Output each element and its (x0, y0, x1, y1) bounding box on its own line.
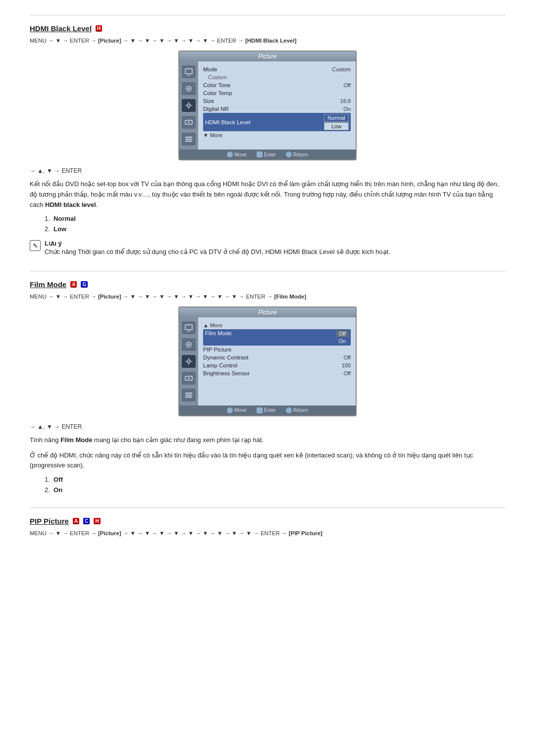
hdmi-menu-more: ▼ More (203, 131, 351, 139)
hdmi-nav-path: MENU → ▼ → ENTER → [Picture] → ▼ → ▼ → ▼… (30, 38, 505, 44)
film-arrow-note: → ▲, ▼ → ENTER (30, 423, 505, 430)
film-menu-dynamic: Dynamic Contrast Off (203, 353, 351, 361)
hdmi-menu-color-temp: Color Temp (203, 89, 351, 97)
hdmi-note-box: ✎ Lưu ý Chức năng Thời gian có thể được … (30, 240, 505, 257)
film-badge-a: A (70, 281, 77, 288)
hdmi-menu-col: Mode Custom Custom Color Tone Off Color … (198, 61, 356, 150)
film-menu-pip: PIP Picture (203, 346, 351, 353)
section-pip-picture: PIP Picture A C H MENU → ▼ → ENTER → [Pi… (30, 517, 505, 536)
hdmi-menu-custom: Custom (203, 73, 351, 81)
hdmi-dropdown-low: Low (324, 122, 349, 130)
hdmi-list-item-1: 1. Normal (45, 215, 505, 222)
icon-input (182, 116, 196, 129)
hdmi-title-text: HDMI Black Level (30, 24, 92, 33)
film-menu-col: ▲ More Film Mode Off On PIP Picture (198, 317, 356, 405)
hdmi-menu-color-tone: Color Tone Off (203, 81, 351, 89)
hdmi-badge-h: H (96, 25, 102, 32)
film-body-text-1: Tính năng Film Mode mang lại cho bạn cảm… (30, 435, 505, 446)
film-screen-container: Picture (30, 306, 505, 416)
film-footer-enter: Enter (257, 407, 276, 413)
svg-rect-0 (185, 69, 192, 74)
icon-settings-active (182, 99, 196, 112)
film-footer-return: Return (286, 407, 308, 413)
hdmi-footer-enter: Enter (257, 151, 276, 157)
svg-rect-12 (185, 141, 192, 142)
svg-point-22 (188, 377, 190, 379)
film-body-text-2: Ở chế độ HDMI, chức năng này có thể có s… (30, 451, 505, 471)
hdmi-screen-body: Mode Custom Custom Color Tone Off Color … (179, 61, 356, 150)
film-move-icon (227, 407, 233, 413)
hdmi-menu-black-level: HDMI Black Level Normal Low (203, 113, 351, 131)
film-list-item-2: 2. On (45, 486, 505, 494)
hdmi-list-item-2: 2. Low (45, 225, 505, 233)
film-icon-3-active (182, 355, 196, 368)
film-enter-icon (257, 407, 263, 413)
hdmi-footer: Move Enter Return (179, 150, 356, 159)
hdmi-screen-title: Picture (179, 51, 356, 61)
note-label: Lưu ý (45, 240, 390, 247)
enter-icon (257, 151, 263, 157)
icon-menu (182, 133, 196, 146)
hdmi-menu-digital-nr: Digital NR On (203, 105, 351, 113)
pip-title-text: PIP Picture (30, 517, 69, 525)
section-hdmi-black-level: HDMI Black Level H MENU → ▼ → ENTER → [P… (30, 24, 505, 257)
svg-rect-10 (185, 137, 192, 138)
hdmi-arrow-note: → ▲, ▼ → ENTER (30, 167, 505, 174)
divider-2 (30, 507, 505, 508)
film-tv-screen: Picture (178, 306, 357, 416)
hdmi-tv-screen: Picture (178, 50, 357, 160)
pip-badge-c: C (83, 518, 90, 524)
icon-sound (182, 82, 196, 95)
svg-point-15 (188, 344, 190, 346)
film-icon-4 (182, 372, 196, 385)
pip-badge-h: H (94, 518, 100, 524)
film-list-item-1: 1. Off (45, 476, 505, 483)
hdmi-menu-size: Size 16:9 (203, 97, 351, 105)
pip-badge-a: A (73, 518, 79, 524)
svg-rect-24 (185, 395, 192, 396)
svg-point-2 (188, 88, 190, 90)
film-icon-col (179, 317, 198, 405)
svg-rect-11 (185, 139, 192, 140)
section-film-mode: Film Mode A G MENU → ▼ → ENTER → [Pictur… (30, 280, 505, 494)
film-menu-lamp: Lamp Control 100 (203, 361, 351, 369)
film-footer-move: Move (227, 407, 246, 413)
film-icon-5 (182, 389, 196, 402)
film-screen-body: ▲ More Film Mode Off On PIP Picture (179, 317, 356, 405)
film-return-icon (286, 407, 292, 413)
hdmi-footer-move: Move (227, 151, 246, 157)
icon-picture (182, 65, 196, 78)
note-content: Chức năng Thời gian có thể được sử dụng … (45, 247, 390, 257)
svg-rect-23 (185, 393, 192, 394)
film-option-on: On (335, 338, 349, 345)
top-divider (30, 15, 505, 15)
film-icon-2 (182, 338, 196, 351)
film-screen-title: Picture (179, 307, 356, 317)
film-option-off: Off (336, 330, 349, 337)
hdmi-footer-return: Return (286, 151, 308, 157)
return-icon (286, 151, 292, 157)
svg-point-16 (187, 360, 190, 363)
film-title: Film Mode A G (30, 280, 505, 289)
pip-nav-path: MENU → ▼ → ENTER → [Picture] → ▼ → ▼ → ▼… (30, 530, 505, 536)
hdmi-dropdown-normal: Normal (324, 114, 349, 122)
film-menu-film-mode: Film Mode Off On (203, 329, 351, 346)
film-nav-path: MENU → ▼ → ENTER → [Picture] → ▼ → ▼ → ▼… (30, 294, 505, 300)
pip-title: PIP Picture A C H (30, 517, 505, 525)
svg-rect-25 (185, 397, 192, 398)
svg-rect-13 (185, 325, 192, 330)
film-icon-1 (182, 321, 196, 334)
note-icon: ✎ (30, 240, 41, 251)
svg-point-9 (188, 122, 190, 123)
film-badge-g: G (81, 281, 88, 288)
hdmi-screen-container: Picture (30, 50, 505, 160)
hdmi-body-text: Kết nối đầu DVD hoặc set-top box với TV … (30, 179, 505, 210)
hdmi-menu-mode: Mode Custom (203, 65, 351, 73)
film-footer: Move Enter Return (179, 405, 356, 415)
film-menu-more-up: ▲ More (203, 321, 351, 329)
move-icon (227, 151, 233, 157)
film-menu-brightness: Brightness Sensor Off (203, 369, 351, 377)
svg-point-3 (187, 104, 190, 107)
hdmi-title: HDMI Black Level H (30, 24, 505, 33)
film-title-text: Film Mode (30, 280, 66, 289)
